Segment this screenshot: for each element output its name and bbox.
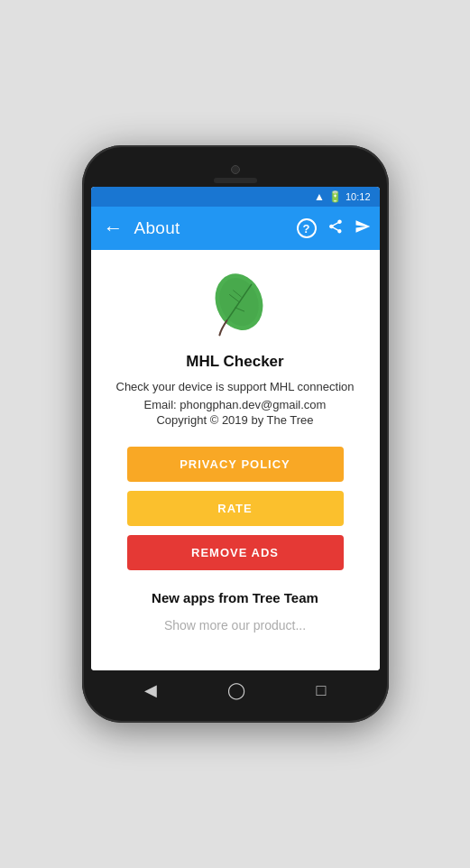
camera [231, 165, 240, 174]
back-button[interactable]: ← [100, 213, 127, 244]
battery-icon: 🔋 [328, 190, 342, 203]
rate-button[interactable]: RATE [127, 491, 344, 526]
send-icon[interactable] [355, 218, 371, 239]
screen: ▲ 🔋 10:12 ← About ? [91, 187, 380, 670]
back-nav-button[interactable]: ◀ [144, 680, 157, 700]
app-email: Email: phongphan.dev@gmail.com [144, 398, 327, 411]
app-description: Check your device is support MHL connect… [116, 378, 355, 396]
app-name: MHL Checker [186, 353, 283, 371]
main-content: MHL Checker Check your device is support… [91, 250, 380, 670]
status-icons: ▲ 🔋 10:12 [314, 190, 370, 203]
speaker [214, 178, 257, 183]
toolbar: ← About ? [91, 207, 380, 250]
privacy-policy-button[interactable]: PRIVACY POLICY [127, 447, 344, 482]
toolbar-title: About [134, 218, 290, 238]
new-apps-section-title: New apps from Tree Team [152, 590, 318, 605]
recent-nav-button[interactable]: □ [316, 681, 326, 700]
app-logo [199, 272, 272, 344]
toolbar-actions: ? [297, 218, 371, 239]
bottom-nav: ◀ ◯ □ [91, 670, 380, 706]
help-icon[interactable]: ? [297, 218, 317, 238]
remove-ads-button[interactable]: REMOVE ADS [127, 535, 344, 570]
app-copyright: Copyright © 2019 by The Tree [156, 413, 313, 427]
top-bezel [91, 162, 380, 187]
status-time: 10:12 [346, 191, 371, 202]
show-more-text: Show more our product... [164, 618, 306, 633]
share-icon[interactable] [327, 218, 344, 239]
status-bar: ▲ 🔋 10:12 [91, 187, 380, 207]
home-nav-button[interactable]: ◯ [227, 680, 245, 700]
phone-frame: ▲ 🔋 10:12 ← About ? [82, 145, 389, 723]
signal-icon: ▲ [314, 190, 325, 203]
